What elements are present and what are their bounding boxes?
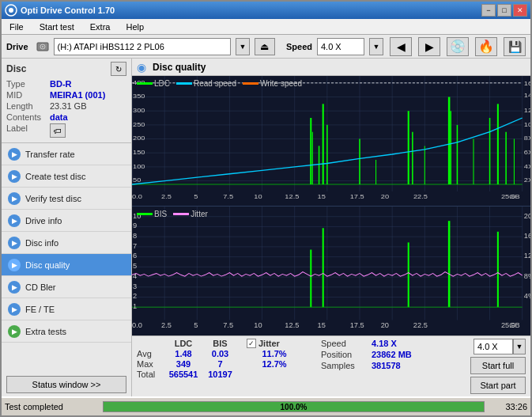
ldc-avg: 1.48: [164, 349, 203, 358]
app-title: Opti Drive Control 1.70: [21, 6, 481, 15]
extra-tests-label: Extra tests: [25, 327, 66, 336]
drive-dropdown-arrow[interactable]: ▼: [236, 38, 250, 55]
svg-text:8: 8: [133, 232, 137, 239]
sidebar-item-cd-bler[interactable]: ▶ CD Bler: [2, 276, 131, 298]
svg-text:150: 150: [133, 149, 145, 156]
content-area: ◉ Disc quality LDC Read speed: [132, 59, 530, 396]
svg-text:8X: 8X: [524, 135, 530, 142]
svg-text:100: 100: [133, 162, 145, 169]
svg-text:350: 350: [133, 93, 145, 100]
progress-bar: 100.0%: [103, 401, 485, 412]
close-button[interactable]: ✕: [513, 4, 527, 17]
burn-button[interactable]: 🔥: [475, 37, 497, 56]
prev-speed-button[interactable]: ◀: [390, 37, 412, 56]
menu-extra[interactable]: Extra: [85, 21, 115, 33]
speed-label: Speed: [286, 42, 312, 51]
svg-text:2.5: 2.5: [161, 321, 172, 328]
drive-dropdown[interactable]: (H:) ATAPI iHBS112 2 PL06: [54, 38, 231, 55]
svg-text:7.5: 7.5: [223, 192, 233, 199]
disc-label-icon[interactable]: 🏷: [50, 123, 66, 138]
svg-text:GB: GB: [509, 321, 520, 328]
svg-text:22.5: 22.5: [413, 192, 428, 199]
chart-header: ◉ Disc quality: [132, 59, 530, 76]
svg-text:4X: 4X: [524, 162, 530, 169]
speed-dropdown-arrow[interactable]: ▼: [369, 38, 383, 55]
svg-text:250: 250: [133, 120, 145, 127]
svg-text:7.5: 7.5: [223, 321, 233, 328]
sidebar-item-fe-te[interactable]: ▶ FE / TE: [2, 298, 131, 320]
svg-text:6: 6: [133, 252, 137, 259]
svg-text:5: 5: [194, 192, 198, 199]
legend-ldc: LDC: [154, 79, 170, 88]
ldc-max: 349: [164, 359, 203, 369]
maximize-button[interactable]: □: [497, 4, 511, 17]
transfer-rate-icon: ▶: [8, 148, 21, 161]
drive-icon: [36, 40, 49, 53]
disc-length-label: Length: [6, 101, 50, 111]
create-test-disc-icon: ▶: [8, 170, 21, 183]
sidebar-item-drive-info[interactable]: ▶ Drive info: [2, 210, 131, 232]
drive-bar: Drive (H:) ATAPI iHBS112 2 PL06 ▼ ⏏ Spee…: [2, 35, 530, 59]
legend-read-speed: Read speed: [194, 79, 236, 88]
sidebar-item-extra-tests[interactable]: ▶ Extra tests: [2, 320, 131, 343]
next-speed-button[interactable]: ▶: [418, 37, 440, 56]
chart-title-icon: ◉: [137, 61, 146, 74]
svg-text:20: 20: [381, 192, 390, 199]
total-label: Total: [137, 370, 160, 379]
svg-text:6X: 6X: [524, 149, 530, 156]
svg-text:14X: 14X: [524, 91, 530, 98]
svg-text:17.5: 17.5: [350, 192, 364, 199]
svg-text:4%: 4%: [524, 292, 530, 299]
disc-label-label: Label: [6, 123, 50, 138]
minimize-button[interactable]: −: [481, 4, 496, 17]
legend-jitter: Jitter: [191, 210, 208, 218]
menu-file[interactable]: File: [5, 21, 28, 33]
disc-type-label: Type: [6, 79, 50, 89]
verify-test-disc-label: Verify test disc: [25, 194, 81, 203]
stats-bar: LDC BIS Avg 1.48 0.03 Max 349 7 Total: [132, 335, 530, 396]
legend-write-speed: Write speed: [260, 79, 302, 88]
svg-text:50: 50: [133, 176, 141, 184]
disc-button[interactable]: 💿: [447, 37, 469, 56]
position-label: Position: [321, 350, 368, 359]
svg-text:15: 15: [318, 321, 326, 328]
sidebar-item-disc-info[interactable]: ▶ Disc info: [2, 232, 131, 254]
chart-title: Disc quality: [153, 62, 206, 73]
svg-text:12%: 12%: [524, 252, 530, 259]
status-bar: Test completed 100.0% 33:26: [2, 396, 530, 415]
jitter-avg: 11.7%: [247, 349, 302, 358]
disc-refresh-button[interactable]: ↻: [111, 62, 126, 76]
svg-text:GB: GB: [509, 192, 520, 199]
status-window-button[interactable]: Status window >>: [6, 376, 126, 393]
transfer-rate-label: Transfer rate: [25, 150, 75, 159]
svg-text:7: 7: [133, 242, 137, 249]
disc-contents-label: Contents: [6, 112, 50, 122]
speed-dropdown[interactable]: 4.0 X: [317, 38, 364, 55]
save-button[interactable]: 💾: [504, 37, 526, 56]
svg-text:0.0: 0.0: [132, 321, 142, 328]
sidebar-item-disc-quality[interactable]: ▶ Disc quality: [2, 254, 131, 276]
menu-start-test[interactable]: Start test: [35, 21, 79, 33]
jitter-checkbox[interactable]: ✓: [247, 339, 256, 348]
disc-info-label: Disc info: [25, 238, 58, 248]
svg-text:5: 5: [194, 321, 198, 328]
eject-button[interactable]: ⏏: [255, 38, 275, 55]
speed-select-arrow[interactable]: ▼: [513, 339, 526, 354]
start-full-button[interactable]: Start full: [470, 357, 526, 374]
start-part-button[interactable]: Start part: [470, 377, 526, 394]
sidebar-item-verify-test-disc[interactable]: ▶ Verify test disc: [2, 188, 131, 210]
sidebar-item-create-test-disc[interactable]: ▶ Create test disc: [2, 165, 131, 188]
svg-text:2: 2: [133, 292, 137, 299]
menu-help[interactable]: Help: [121, 21, 149, 33]
ldc-total: 565541: [164, 370, 203, 379]
app-icon: [5, 4, 17, 17]
samples-value: 381578: [372, 361, 401, 370]
sidebar: Disc ↻ Type BD-R MID MEIRA1 (001) Length…: [2, 59, 132, 396]
svg-text:1: 1: [133, 302, 137, 309]
status-text: Test completed: [5, 402, 100, 411]
svg-text:300: 300: [133, 107, 145, 114]
speed-select-box[interactable]: 4.0 X: [474, 339, 513, 354]
svg-text:10: 10: [254, 192, 262, 199]
sidebar-item-transfer-rate[interactable]: ▶ Transfer rate: [2, 143, 131, 165]
svg-point-1: [9, 8, 13, 13]
